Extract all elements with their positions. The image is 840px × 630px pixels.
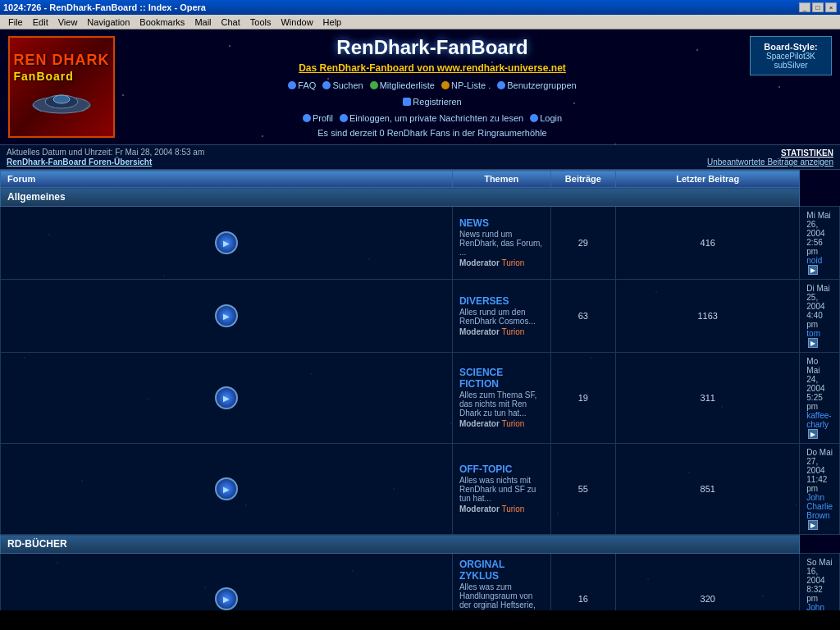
board-style-box: Board-Style: SpacePilot3K subSilver <box>750 36 832 75</box>
table-row: DIVERSES Alles rund um den RenDhark Cosm… <box>1 280 840 353</box>
content-wrapper: REN DHARK FanBoard RenDhark-FanBoard D <box>0 30 840 610</box>
table-row: SCIENCE FICTION Alles zum Thema SF, das … <box>1 353 840 444</box>
einloggen-icon <box>340 114 348 122</box>
forum-title-link[interactable]: OFF-TOPIC <box>459 463 512 475</box>
menu-bookmarks[interactable]: Bookmarks <box>135 17 189 27</box>
header-center: RenDhark-FanBoard Das RenDhark-Fanboard … <box>123 36 742 138</box>
ship-svg <box>29 87 94 120</box>
statistiken-link[interactable]: STATISTIKEN <box>781 148 833 158</box>
unanswered-link[interactable]: Unbeantwortete Beiträge anzeigen <box>707 158 833 167</box>
menu-mail[interactable]: Mail <box>189 17 216 27</box>
info-bar: Aktuelles Datum und Uhrzeit: Fr Mai 28, … <box>0 144 840 170</box>
moderator-label: Moderator Turion <box>459 419 525 428</box>
forum-icon-cell <box>1 554 453 611</box>
themen-cell: 19 <box>550 353 616 444</box>
last-post-icon: ▶ <box>808 265 818 275</box>
site-subtitle[interactable]: Das RenDhark-Fanboard von www.rendhark-u… <box>299 62 566 74</box>
maximize-button[interactable]: □ <box>812 2 824 12</box>
forum-title-link[interactable]: SCIENCE FICTION <box>459 367 503 390</box>
header-themen: Themen <box>452 171 550 188</box>
login-icon <box>530 114 538 122</box>
window-controls[interactable]: _ □ × <box>799 2 837 12</box>
benutzergruppen-link[interactable]: Benutzergruppen <box>497 80 576 90</box>
last-post-icon: ▶ <box>808 338 818 348</box>
forum-icon <box>215 386 238 409</box>
login-link[interactable]: Login <box>530 113 562 123</box>
forum-title-link[interactable]: NEWS <box>459 217 489 229</box>
last-user-link[interactable]: tom <box>806 329 820 338</box>
last-post-cell: Mi Mai 26, 2004 2:56 pm noid ▶ <box>800 207 840 280</box>
menu-chat[interactable]: Chat <box>217 17 245 27</box>
np-liste-link[interactable]: NP-Liste . <box>441 80 491 90</box>
browser-content: REN DHARK FanBoard RenDhark-FanBoard D <box>0 30 840 610</box>
last-date: Mi Mai 26, 2004 2:56 pm <box>806 211 833 256</box>
last-date: Do Mai 27, 2004 11:42 pm <box>806 448 833 493</box>
last-user-link[interactable]: John Charlie Brown <box>806 603 833 610</box>
last-post-icon: ▶ <box>808 429 818 439</box>
forum-desc: Alles zum Thema SF, das nichts mit Ren D… <box>459 390 544 418</box>
forum-icon <box>215 304 238 327</box>
forum-icon-cell <box>1 207 453 280</box>
menu-window[interactable]: Window <box>276 17 317 27</box>
menu-bar: File Edit View Navigation Bookmarks Mail… <box>0 15 840 30</box>
faq-icon <box>288 81 296 89</box>
forum-desc: Alles was nichts mit RenDhark und SF zu … <box>459 476 544 503</box>
forum-overview-link[interactable]: RenDhark-FanBoard Foren-Übersicht <box>7 158 204 167</box>
forum-title-link[interactable]: ORGINAL ZYKLUS <box>459 559 504 582</box>
themen-cell: 16 <box>550 554 616 611</box>
forum-desc: Alles rund um den RenDhark Cosmos... <box>459 308 544 326</box>
menu-file[interactable]: File <box>3 17 28 27</box>
mitgliederliste-link[interactable]: Mitgliederliste <box>370 80 435 90</box>
themen-cell: 55 <box>550 444 616 535</box>
table-row: NEWS News rund um RenDhark, das Forum, .… <box>1 207 840 280</box>
menu-tools[interactable]: Tools <box>245 17 276 27</box>
benutzergruppen-icon <box>497 81 505 89</box>
registrieren-link[interactable]: Registrieren <box>403 97 461 107</box>
moderator-link[interactable]: Turion <box>501 419 524 428</box>
nav-links-secondary: Registrieren <box>403 97 461 107</box>
forum-icon <box>215 477 238 500</box>
moderator-link[interactable]: Turion <box>501 504 524 514</box>
minimize-button[interactable]: _ <box>799 2 810 12</box>
einloggen-link[interactable]: Einloggen, um private Nachrichten zu les… <box>340 113 523 123</box>
menu-edit[interactable]: Edit <box>28 17 53 27</box>
menu-navigation[interactable]: Navigation <box>82 17 135 27</box>
svg-point-2 <box>53 95 70 103</box>
close-button[interactable]: × <box>825 2 837 12</box>
profil-icon <box>303 114 311 122</box>
menu-view[interactable]: View <box>53 17 83 27</box>
moderator-label: Moderator Turion <box>459 504 525 514</box>
last-post-cell: Di Mai 25, 2004 4:40 pm tom ▶ <box>800 280 840 353</box>
profil-link[interactable]: Profil <box>303 113 333 123</box>
mitgliederliste-icon <box>370 81 378 89</box>
last-user-link[interactable]: kaffee-charly <box>806 411 831 429</box>
datetime-text: Aktuelles Datum und Uhrzeit: Fr Mai 28, … <box>7 148 204 157</box>
site-logo: REN DHARK FanBoard <box>8 36 115 138</box>
forum-icon-cell <box>1 353 453 444</box>
moderator-link[interactable]: Turion <box>501 258 524 267</box>
suchen-link[interactable]: Suchen <box>322 80 363 90</box>
board-style-sub: subSilver <box>759 61 823 70</box>
forum-desc: News rund um RenDhark, das Forum, ... <box>459 230 544 257</box>
nav-links-primary: FAQ Suchen Mitgliederliste NP-Liste . <box>288 80 576 90</box>
faq-link[interactable]: FAQ <box>288 80 316 90</box>
menu-help[interactable]: Help <box>318 17 347 27</box>
forum-title-link[interactable]: DIVERSES <box>459 295 509 307</box>
suchen-icon <box>322 81 331 89</box>
last-post-cell: So Mai 16, 2004 8:32 pm John Charlie Bro… <box>800 554 840 611</box>
moderator-label: Moderator Turion <box>459 258 525 267</box>
os-titlebar: 1024:726 - RenDhark-FanBoard :: Index - … <box>0 0 840 15</box>
beitraege-cell: 1163 <box>616 280 800 353</box>
last-user-link[interactable]: John Charlie Brown <box>806 493 833 520</box>
page-header: REN DHARK FanBoard RenDhark-FanBoard D <box>0 30 840 144</box>
last-post-cell: Do Mai 27, 2004 11:42 pm John Charlie Br… <box>800 444 840 535</box>
beitraege-cell: 311 <box>616 353 800 444</box>
last-date: Di Mai 25, 2004 4:40 pm <box>806 284 833 329</box>
beitraege-cell: 320 <box>616 554 800 611</box>
beitraege-cell: 851 <box>616 444 800 535</box>
logo-line1: REN DHARK <box>14 52 110 70</box>
moderator-link[interactable]: Turion <box>501 327 524 336</box>
table-row: ORGINAL ZYKLUS Alles was zum Handlungsra… <box>1 554 840 611</box>
last-user-link[interactable]: noid <box>806 256 822 265</box>
beitraege-cell: 416 <box>616 207 800 280</box>
